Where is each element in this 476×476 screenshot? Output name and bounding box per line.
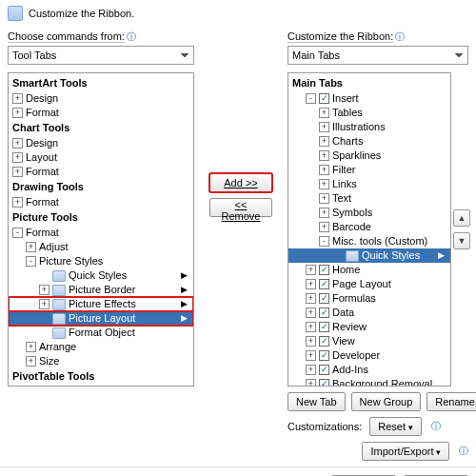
expander-icon[interactable]: - — [306, 93, 316, 104]
tree-node[interactable]: +Illustrations — [288, 120, 450, 134]
expander-icon[interactable]: + — [319, 222, 329, 232]
tree-node[interactable]: +Format — [9, 165, 193, 179]
tree-node[interactable]: +Design — [9, 136, 193, 150]
checkbox[interactable]: ✓ — [319, 265, 329, 275]
expander-icon[interactable]: + — [319, 136, 329, 147]
expander-icon[interactable]: + — [12, 167, 23, 177]
checkbox[interactable]: ✓ — [319, 350, 329, 361]
expander-icon[interactable]: + — [319, 108, 329, 118]
expander-icon[interactable]: + — [12, 93, 23, 104]
tree-node[interactable]: +Picture Border▶ — [9, 283, 193, 297]
expander-icon[interactable]: + — [319, 208, 329, 218]
expander-icon[interactable]: + — [306, 322, 316, 332]
expander-icon[interactable]: + — [306, 307, 316, 318]
info-icon[interactable]: ⓘ — [431, 420, 441, 433]
expander-icon[interactable]: + — [306, 265, 316, 275]
expander-icon[interactable]: + — [39, 299, 50, 309]
tree-node[interactable]: +Tables — [288, 106, 450, 120]
tree-node[interactable]: -Format — [9, 226, 193, 240]
expander-icon[interactable]: + — [26, 342, 36, 352]
tree-node[interactable]: +Layout — [9, 150, 193, 165]
checkbox[interactable]: ✓ — [319, 307, 329, 318]
tree-node[interactable]: +Options — [9, 385, 193, 387]
expander-icon[interactable]: + — [12, 152, 23, 163]
expander-icon[interactable]: + — [306, 336, 316, 347]
info-icon[interactable]: ⓘ — [459, 445, 468, 458]
checkbox[interactable]: ✓ — [319, 93, 329, 104]
checkbox[interactable]: ✓ — [319, 293, 329, 304]
remove-button[interactable]: << Remove — [209, 198, 272, 217]
move-down-button[interactable]: ▼ — [453, 232, 470, 249]
tree-node[interactable]: +Charts — [288, 134, 450, 149]
tree-root[interactable]: Main Tabs — [288, 75, 450, 91]
tree-node[interactable]: +✓Data — [288, 306, 450, 320]
tree-node[interactable]: +Text — [288, 191, 450, 206]
expander-icon[interactable]: + — [12, 197, 23, 208]
new-tab-button[interactable]: New Tab — [288, 392, 346, 411]
tree-node[interactable]: +Links — [288, 177, 450, 191]
info-icon[interactable]: ⓘ — [395, 31, 405, 42]
tree-node[interactable]: +Design — [9, 91, 193, 106]
tree-node[interactable]: +✓Page Layout — [288, 277, 450, 291]
add-button[interactable]: Add >> — [209, 173, 272, 192]
expander-icon[interactable]: + — [26, 356, 36, 367]
expander-icon[interactable]: + — [26, 242, 36, 252]
reset-button[interactable]: Reset — [369, 417, 421, 436]
tree-node[interactable]: -Picture Styles — [9, 254, 193, 268]
tree-node[interactable]: +Format — [9, 195, 193, 209]
checkbox[interactable]: ✓ — [319, 379, 329, 387]
import-export-button[interactable]: Import/Export — [362, 442, 449, 461]
expander-icon[interactable]: + — [306, 365, 316, 375]
tree-node[interactable]: +✓Formulas — [288, 291, 450, 306]
move-up-button[interactable]: ▲ — [453, 209, 470, 227]
expander-icon[interactable]: + — [319, 179, 329, 189]
expander-icon[interactable]: + — [319, 122, 329, 132]
tree-node[interactable]: +Symbols — [288, 206, 450, 220]
ribbon-tree[interactable]: Main Tabs-✓Insert+Tables+Illustrations+C… — [288, 72, 451, 387]
info-icon[interactable]: ⓘ — [127, 31, 136, 42]
expander-icon[interactable]: + — [39, 285, 50, 295]
customize-ribbon-dropdown[interactable]: Main Tabs — [288, 46, 468, 65]
choose-commands-dropdown[interactable]: Tool Tabs — [8, 46, 194, 65]
expander-icon[interactable]: + — [12, 108, 23, 118]
tree-node[interactable]: -✓Insert — [288, 91, 450, 106]
tree-node[interactable]: +Adjust — [9, 240, 193, 254]
tree-group-header[interactable]: Picture Tools — [9, 209, 193, 226]
tree-node[interactable]: +✓Developer — [288, 348, 450, 363]
checkbox[interactable]: ✓ — [319, 365, 329, 375]
new-group-button[interactable]: New Group — [351, 392, 422, 411]
tree-group-header[interactable]: SmartArt Tools — [9, 75, 193, 91]
tree-group-header[interactable]: Drawing Tools — [9, 179, 193, 195]
tree-node[interactable]: +✓Background Removal — [288, 377, 450, 387]
tree-node[interactable]: +Size — [9, 354, 193, 368]
rename-button[interactable]: Rename... — [426, 392, 476, 411]
expander-icon[interactable]: + — [306, 350, 316, 361]
tree-node[interactable]: +Filter — [288, 163, 450, 177]
tree-group-header[interactable]: Chart Tools — [9, 120, 193, 136]
expander-icon[interactable]: + — [319, 193, 329, 204]
tree-node[interactable]: +✓Review — [288, 320, 450, 334]
expander-icon[interactable]: + — [12, 138, 23, 149]
expander-icon[interactable]: + — [306, 279, 316, 289]
expander-icon[interactable]: + — [319, 150, 329, 161]
checkbox[interactable]: ✓ — [319, 322, 329, 332]
tree-node[interactable]: +✓Home — [288, 263, 450, 277]
expander-icon[interactable]: + — [306, 379, 316, 387]
tree-node[interactable]: +Arrange — [9, 340, 193, 354]
tree-node[interactable]: Format Object — [9, 326, 193, 340]
expander-icon[interactable]: - — [26, 256, 36, 267]
checkbox[interactable]: ✓ — [319, 336, 329, 347]
tree-node-selected[interactable]: Quick Styles▶ — [288, 248, 450, 263]
tree-node[interactable]: +Picture Effects▶ — [9, 297, 193, 311]
tree-node[interactable]: Picture Layout▶ — [9, 311, 193, 326]
tree-node[interactable]: +Format — [9, 106, 193, 120]
tree-group-header[interactable]: PivotTable Tools — [9, 368, 193, 385]
expander-icon[interactable]: + — [319, 165, 329, 175]
tree-node[interactable]: -Misc. tools (Custom) — [288, 234, 450, 248]
expander-icon[interactable]: + — [306, 293, 316, 304]
tree-node[interactable]: Quick Styles▶ — [9, 268, 193, 283]
tree-node[interactable]: +✓Add-Ins — [288, 363, 450, 377]
checkbox[interactable]: ✓ — [319, 279, 329, 289]
tree-node[interactable]: +✓View — [288, 334, 450, 348]
expander-icon[interactable]: - — [12, 228, 23, 238]
